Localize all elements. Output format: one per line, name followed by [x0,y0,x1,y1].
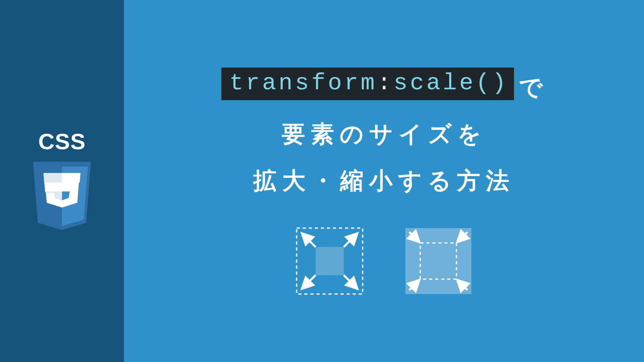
title-line-3: 拡大・縮小する方法 [221,165,547,197]
code-chip: transform:scale() [221,68,514,100]
svg-marker-5 [43,173,62,183]
diagram-row [293,225,475,297]
scale-expand-icon [293,225,366,297]
svg-line-10 [302,275,316,288]
title-line-1: transform:scale()で [221,68,547,103]
title-line-1-suffix: で [519,74,547,100]
svg-line-9 [344,234,357,247]
title-block: transform:scale()で 要素のサイズを 拡大・縮小する方法 [221,68,547,197]
svg-line-8 [302,234,316,247]
code-function: scale() [394,70,509,96]
svg-line-11 [344,275,357,288]
code-property: transform [229,70,377,96]
title-line-2: 要素のサイズを [221,119,547,150]
svg-rect-7 [316,247,344,275]
sidebar: CSS [0,0,124,362]
css3-shield-icon [30,162,94,234]
main-panel: transform:scale()で 要素のサイズを 拡大・縮小する方法 [124,0,644,362]
css-label: CSS [38,128,86,154]
code-colon: : [377,70,394,96]
scale-shrink-icon [402,225,475,297]
